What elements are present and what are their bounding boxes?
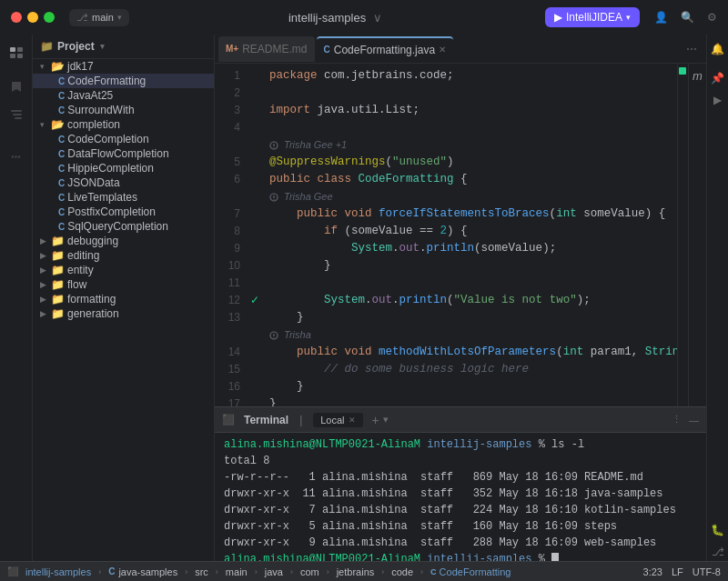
tree-item-debugging[interactable]: ▶ 📁 debugging — [33, 234, 214, 248]
tree-item-formatting[interactable]: ▶ 📁 formatting — [33, 292, 214, 306]
breadcrumb-arrow: › — [290, 567, 293, 576]
status-project-icon: ⬛ — [7, 566, 18, 576]
chevron-down-icon: ▾ — [117, 13, 122, 22]
terminal-line: alina.mishina@NLTMP0021-AlinaM intellij-… — [224, 436, 697, 453]
minimize-terminal-icon[interactable]: — — [689, 415, 699, 426]
code-line-4 — [269, 119, 670, 136]
tree-item-completion[interactable]: ▾ 📂 completion — [33, 117, 214, 132]
local-tab[interactable]: Local ✕ — [313, 413, 362, 427]
debug-icon[interactable]: 🐛 — [709, 521, 727, 539]
close-button[interactable] — [11, 12, 22, 23]
gutter-cell — [248, 171, 262, 188]
status-position[interactable]: 3:23 — [643, 566, 662, 577]
git-icon[interactable]: ⎇ — [709, 543, 727, 561]
expand-arrow: ▶ — [40, 251, 51, 260]
tree-item-label: HippieCompletion — [67, 162, 154, 175]
profile-icon[interactable]: 👤 — [654, 11, 668, 24]
intellij-button[interactable]: ▶ IntelliJIDEA ▾ — [545, 7, 640, 27]
settings-icon[interactable]: ⚙ — [707, 11, 717, 24]
folder-icon: 📁 — [51, 278, 65, 291]
right-gutter-scrollbar[interactable] — [677, 64, 688, 406]
java-icon: C — [58, 164, 65, 174]
gutter-checkmark: ✓ — [248, 292, 262, 309]
close-tab-button[interactable]: ✕ — [439, 45, 446, 55]
terminal-tab[interactable]: Terminal — [244, 414, 288, 426]
branch-name: main — [92, 12, 114, 23]
notification-icon[interactable]: 🔔 — [709, 40, 727, 58]
code-line-9: System.out.println(someValue); — [269, 240, 670, 257]
more-icon[interactable]: ⋮ — [672, 414, 682, 426]
chevron-down-icon: ▾ — [100, 42, 105, 51]
local-label: Local — [320, 415, 344, 426]
tree-item-jsondata[interactable]: C JSONData — [33, 175, 214, 190]
code-line-12: System.out.println("Value is not two"); — [269, 292, 670, 309]
expand-arrow: ▾ — [40, 62, 51, 71]
tree-item-editing[interactable]: ▶ 📁 editing — [33, 248, 214, 263]
status-project[interactable]: intellij-samples — [25, 566, 91, 577]
tree-item-jdk17[interactable]: ▾ 📂 jdk17 — [33, 59, 214, 74]
code-line-1: package com.jetbrains.code; — [269, 67, 670, 85]
tree-item-sqlquerycompletion[interactable]: C SqlQueryCompletion — [33, 219, 214, 234]
tree-item-codecompletion[interactable]: C CodeCompletion — [33, 132, 214, 146]
tree-item-entity[interactable]: ▶ 📁 entity — [33, 263, 214, 277]
run-icon[interactable]: ▶ — [709, 91, 727, 109]
code-line-13: } — [269, 309, 670, 326]
branch-selector[interactable]: ⎇ main ▾ — [69, 9, 129, 26]
status-encoding[interactable]: UTF-8 — [693, 566, 721, 577]
svg-rect-2 — [17, 47, 23, 52]
sidebar-icon-structure[interactable] — [4, 102, 29, 127]
sidebar-icon-project[interactable] — [4, 40, 29, 65]
expand-arrow: ▶ — [40, 280, 51, 289]
java-icon: C — [58, 149, 65, 159]
tree-item-dataflowcompletion[interactable]: C DataFlowCompletion — [33, 146, 214, 161]
status-java[interactable]: Cjava-samples — [108, 566, 177, 577]
gutter-cell — [248, 188, 262, 205]
line-num: 15 — [215, 361, 240, 378]
search-icon[interactable]: 🔍 — [681, 11, 694, 24]
hint-trisha-gee-plus1: Trisha Gee +1 — [269, 136, 670, 154]
sidebar-icon-more[interactable]: ••• — [4, 144, 29, 169]
status-com: com — [300, 566, 319, 577]
breadcrumb-arrow: › — [327, 567, 329, 576]
tab-readme[interactable]: M+ README.md — [218, 36, 315, 62]
hint-trisha: Trisha — [269, 326, 670, 344]
bookmark-right-icon[interactable]: 📌 — [709, 69, 727, 87]
terminal-content[interactable]: alina.mishina@NLTMP0021-AlinaM intellij-… — [215, 433, 706, 561]
line-num: 16 — [215, 378, 240, 396]
maximize-button[interactable] — [44, 12, 55, 23]
editor-with-gutter: 1 2 3 4 5 6 7 8 9 10 11 12 13 14 15 16 1… — [215, 64, 706, 406]
code-line-5: @SuppressWarnings("unused") — [269, 154, 670, 171]
add-terminal-icon[interactable]: + — [372, 413, 379, 427]
tree-item-label: JSONData — [67, 176, 119, 189]
tree-item-postfixcompletion[interactable]: C PostfixCompletion — [33, 205, 214, 219]
tree-item-flow[interactable]: ▶ 📁 flow — [33, 277, 214, 292]
expand-arrow: ▶ — [40, 236, 51, 245]
tree-item-livetemplates[interactable]: C LiveTemplates — [33, 190, 214, 205]
more-tabs-icon[interactable]: ⋯ — [681, 43, 703, 55]
tree-item-label: JavaAt25 — [67, 89, 113, 102]
tree-item-javaat25[interactable]: C JavaAt25 — [33, 88, 214, 103]
breadcrumb-arrow: › — [185, 567, 187, 576]
intellij-label: IntelliJIDEA — [566, 11, 622, 24]
gutter-cell — [248, 85, 262, 102]
line-num: 1 — [215, 67, 240, 85]
terminal-tab-bar: ⬛ Terminal | Local ✕ + ▾ ⋮ — — [215, 407, 706, 433]
minimize-button[interactable] — [27, 12, 38, 23]
tree-item-surroundwith[interactable]: C SurroundWith — [33, 103, 214, 117]
breadcrumb-arrow: › — [381, 567, 384, 576]
tree-item-hippiecompletion[interactable]: C HippieCompletion — [33, 161, 214, 175]
code-editor[interactable]: package com.jetbrains.code; import java.… — [262, 64, 677, 406]
breadcrumb-arrow: › — [420, 567, 423, 576]
tree-item-generation[interactable]: ▶ 📁 generation — [33, 306, 214, 321]
gutter-cell — [248, 275, 262, 292]
tree-item-codeformatting[interactable]: C CodeFormatting — [33, 74, 214, 88]
tab-codeformatting[interactable]: C CodeFormatting.java ✕ — [317, 36, 454, 62]
line-num: 5 — [215, 154, 240, 171]
statusbar: ⬛ intellij-samples › Cjava-samples › src… — [0, 561, 728, 581]
status-lf[interactable]: LF — [672, 566, 683, 577]
chevron-down-icon[interactable]: ▾ — [383, 414, 389, 426]
line-num: 7 — [215, 205, 240, 223]
close-local-icon[interactable]: ✕ — [349, 416, 356, 425]
sidebar-icon-bookmarks[interactable] — [4, 75, 29, 100]
status-codeformatting[interactable]: CCodeFormatting — [430, 566, 511, 577]
